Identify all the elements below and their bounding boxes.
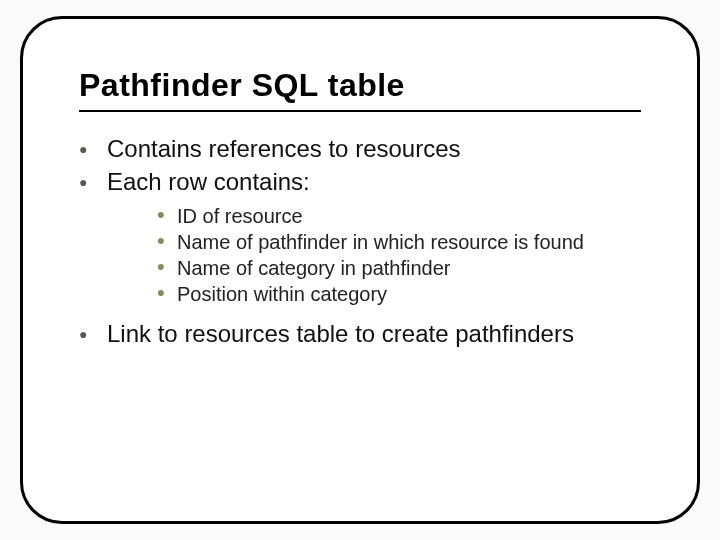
sub-bullet-item: Name of category in pathfinder xyxy=(157,255,641,281)
bullet-text: Each row contains: xyxy=(107,168,310,195)
bullet-item: Each row contains: ID of resource Name o… xyxy=(79,167,641,308)
sub-bullet-text: Position within category xyxy=(177,283,387,305)
sub-bullet-text: Name of category in pathfinder xyxy=(177,257,451,279)
sub-bullet-item: ID of resource xyxy=(157,203,641,229)
main-bullet-list: Contains references to resources Each ro… xyxy=(79,134,641,350)
bullet-item: Link to resources table to create pathfi… xyxy=(79,319,641,350)
slide-title: Pathfinder SQL table xyxy=(79,67,641,112)
sub-bullet-item: Name of pathfinder in which resource is … xyxy=(157,229,641,255)
sub-bullet-text: ID of resource xyxy=(177,205,303,227)
sub-bullet-list: ID of resource Name of pathfinder in whi… xyxy=(157,203,641,307)
sub-bullet-text: Name of pathfinder in which resource is … xyxy=(177,231,584,253)
slide-frame: Pathfinder SQL table Contains references… xyxy=(20,16,700,524)
bullet-text: Link to resources table to create pathfi… xyxy=(107,320,574,347)
bullet-text: Contains references to resources xyxy=(107,135,461,162)
bullet-item: Contains references to resources xyxy=(79,134,641,165)
sub-bullet-item: Position within category xyxy=(157,281,641,307)
